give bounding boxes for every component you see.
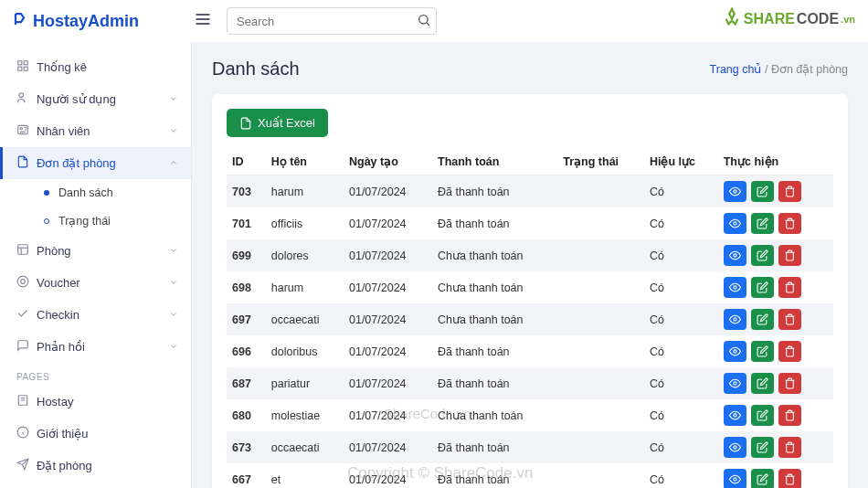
sidebar-item-5[interactable]: Voucher <box>0 267 191 299</box>
view-button[interactable] <box>724 309 746 330</box>
svg-point-29 <box>734 318 736 321</box>
table-row: 701officiis01/07/2024Đã thanh toánCó <box>227 207 833 239</box>
sidebar-item-label: Phản hồi <box>37 340 85 354</box>
table-header: Hiệu lực <box>644 148 718 175</box>
table-header: Thực hiện <box>718 148 833 175</box>
search-button[interactable] <box>417 13 431 30</box>
edit-button[interactable] <box>751 309 774 330</box>
view-button[interactable] <box>724 373 746 394</box>
svg-point-25 <box>734 190 736 193</box>
sidebar-item-4[interactable]: Phòng <box>0 235 191 267</box>
page-header: Danh sách Trang chủ / Đơn đặt phòng <box>212 58 848 80</box>
users-icon <box>16 91 37 107</box>
sidebar-subitem-0[interactable]: Danh sách <box>0 179 191 207</box>
sidebar-item-label: Thống kê <box>37 60 87 74</box>
sidebar-item-2[interactable]: Nhân viên <box>0 115 191 147</box>
table-row: 699dolores01/07/2024Chưa thanh toánCó <box>227 239 833 271</box>
edit-button[interactable] <box>751 181 774 202</box>
svg-point-32 <box>734 414 736 417</box>
brand-logo[interactable]: HostayAdmin <box>13 11 139 32</box>
search-input[interactable] <box>227 7 437 35</box>
data-table: IDHọ tênNgày tạoThanh toánTrạng tháiHiệu… <box>227 148 833 488</box>
sidebar-item-label: Phòng <box>37 244 71 258</box>
edit-button[interactable] <box>751 213 774 234</box>
view-button[interactable] <box>724 437 746 458</box>
svg-point-11 <box>20 128 22 130</box>
id-icon <box>16 123 37 139</box>
edit-button[interactable] <box>751 277 774 298</box>
table-header: Trạng thái <box>557 148 644 175</box>
table-row: 673occaecati01/07/2024Đã thanh toánCó <box>227 431 833 463</box>
table-header: ID <box>227 148 266 175</box>
topbar: HostayAdmin SHARECODE.vn <box>0 0 868 42</box>
grid-icon <box>16 59 37 75</box>
bullet-icon <box>44 218 49 224</box>
view-button[interactable] <box>724 213 746 234</box>
sidebar-item-0[interactable]: Thống kê <box>0 51 191 83</box>
breadcrumb-home[interactable]: Trang chủ <box>710 63 762 76</box>
delete-button[interactable] <box>778 373 801 394</box>
layout-icon <box>16 243 37 259</box>
svg-point-9 <box>19 93 24 98</box>
view-button[interactable] <box>724 245 746 266</box>
tag-icon <box>16 275 37 291</box>
view-button[interactable] <box>724 277 746 298</box>
sidebar-item-3[interactable]: Đơn đặt phòng <box>0 147 191 179</box>
chat-icon <box>16 339 37 355</box>
delete-button[interactable] <box>778 437 801 458</box>
view-button[interactable] <box>724 469 746 488</box>
table-header: Thanh toán <box>432 148 557 175</box>
delete-button[interactable] <box>778 309 801 330</box>
view-button[interactable] <box>724 181 746 202</box>
content-card: Xuất Excel IDHọ tênNgày tạoThanh toánTrạ… <box>212 94 848 488</box>
delete-button[interactable] <box>778 181 801 202</box>
edit-button[interactable] <box>751 341 774 362</box>
sidebar-item-label: Người sử dụng <box>37 92 116 106</box>
svg-point-16 <box>21 280 26 284</box>
edit-button[interactable] <box>751 437 774 458</box>
delete-button[interactable] <box>778 341 801 362</box>
svg-point-27 <box>734 254 736 257</box>
edit-button[interactable] <box>751 405 774 426</box>
table-row: 687pariatur01/07/2024Đã thanh toánCó <box>227 367 833 399</box>
export-excel-button[interactable]: Xuất Excel <box>227 109 328 137</box>
svg-point-3 <box>419 16 428 24</box>
view-button[interactable] <box>724 341 746 362</box>
sidebar-item-label: Hostay <box>37 395 73 408</box>
svg-rect-12 <box>18 245 28 255</box>
chevron-up-icon <box>169 158 178 169</box>
svg-rect-7 <box>18 67 22 70</box>
info-icon <box>16 426 37 441</box>
sidebar-item-label: Voucher <box>37 276 80 290</box>
sidebar-item-6[interactable]: Checkin <box>0 299 191 331</box>
check-icon <box>16 307 37 323</box>
delete-button[interactable] <box>778 405 801 426</box>
sidebar-subitem-1[interactable]: Trạng thái <box>0 207 191 235</box>
svg-point-28 <box>734 286 736 289</box>
page-title: Danh sách <box>212 58 300 80</box>
delete-button[interactable] <box>778 469 801 488</box>
sidebar-item-1[interactable]: Người sử dụng <box>0 83 191 115</box>
sidebar-page-0[interactable]: Hostay <box>0 386 191 418</box>
chevron-down-icon <box>169 310 178 321</box>
svg-point-30 <box>734 350 736 353</box>
svg-point-33 <box>734 446 736 449</box>
chevron-down-icon <box>169 246 178 257</box>
sidebar-item-label: Đặt phòng <box>37 459 92 472</box>
view-button[interactable] <box>724 405 746 426</box>
edit-button[interactable] <box>751 373 774 394</box>
sidebar-item-7[interactable]: Phản hồi <box>0 331 191 363</box>
delete-button[interactable] <box>778 245 801 266</box>
table-header: Họ tên <box>266 148 344 175</box>
sidebar-page-1[interactable]: Giới thiệu <box>0 418 191 450</box>
sharecode-logo: SHARECODE.vn <box>722 7 855 31</box>
svg-line-4 <box>427 23 429 26</box>
edit-button[interactable] <box>751 245 774 266</box>
delete-button[interactable] <box>778 213 801 234</box>
chevron-down-icon <box>169 342 178 353</box>
sidebar-item-label: Giới thiệu <box>37 427 88 440</box>
edit-button[interactable] <box>751 469 774 488</box>
sidebar-page-2[interactable]: Đặt phòng <box>0 450 191 482</box>
delete-button[interactable] <box>778 277 801 298</box>
menu-toggle-button[interactable] <box>194 10 212 32</box>
